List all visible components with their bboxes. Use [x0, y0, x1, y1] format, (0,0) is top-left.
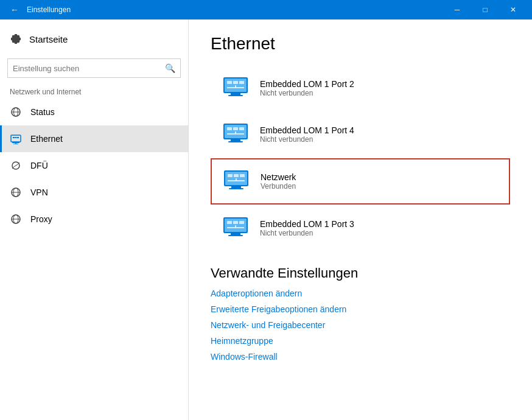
related-links-list: Adapteroptionen ändernErweiterte Freigab… [211, 289, 510, 362]
adapter-icon-netzwerk [222, 167, 251, 196]
titlebar-title: Einstellungen [27, 5, 443, 14]
main-container: Startseite 🔍 Netzwerk und Internet Statu… [0, 19, 532, 420]
home-icon [10, 33, 22, 45]
svg-rect-32 [239, 127, 244, 130]
adapter-status-netzwerk: Verbunden [261, 182, 499, 191]
svg-rect-49 [233, 221, 238, 224]
related-link-3[interactable]: Heimnetzgruppe [211, 336, 510, 346]
adapter-status-lom1port4: Nicht verbunden [260, 135, 500, 144]
svg-rect-48 [227, 221, 232, 224]
adapter-info-lom1port3: Embedded LOM 1 Port 3Nicht verbunden [260, 219, 500, 237]
svg-rect-31 [233, 127, 238, 130]
svg-rect-7 [13, 137, 15, 138]
sidebar-item-ethernet-label: Ethernet [30, 134, 63, 144]
svg-rect-9 [17, 137, 19, 138]
svg-rect-30 [227, 127, 232, 130]
titlebar: ← Einstellungen ─ □ ✕ [0, 0, 532, 19]
adapter-card-lom1port2[interactable]: Embedded LOM 1 Port 2Nicht verbunden [211, 66, 510, 111]
related-link-2[interactable]: Netzwerk- und Freigabecenter [211, 320, 510, 330]
status-icon [10, 106, 22, 118]
svg-rect-8 [15, 137, 17, 138]
adapter-info-lom1port2: Embedded LOM 1 Port 2Nicht verbunden [260, 79, 500, 97]
sidebar-item-status[interactable]: Status [0, 99, 188, 125]
related-link-0[interactable]: Adapteroptionen ändern [211, 289, 510, 298]
related-link-1[interactable]: Erweiterte Freigabeoptionen ändern [211, 304, 510, 314]
svg-rect-21 [227, 81, 232, 84]
svg-rect-3 [11, 135, 21, 142]
adapters-list: Embedded LOM 1 Port 2Nicht verbunden Emb… [211, 66, 510, 251]
maximize-button[interactable]: □ [471, 0, 499, 19]
window-controls: ─ □ ✕ [443, 0, 527, 19]
svg-rect-38 [229, 188, 243, 189]
svg-rect-4 [12, 142, 19, 143]
minimize-button[interactable]: ─ [443, 0, 471, 19]
sidebar-item-vpn-label: VPN [30, 187, 48, 197]
vpn-icon [10, 186, 22, 198]
svg-rect-50 [239, 221, 244, 224]
adapter-card-lom1port3[interactable]: Embedded LOM 1 Port 3Nicht verbunden [211, 206, 510, 251]
svg-rect-29 [228, 141, 243, 142]
svg-rect-41 [240, 174, 245, 177]
sidebar-item-dfu[interactable]: DFÜ [0, 152, 188, 179]
svg-rect-23 [239, 81, 244, 84]
related-settings-title: Verwandte Einstellungen [211, 265, 510, 281]
sidebar: Startseite 🔍 Netzwerk und Internet Statu… [0, 19, 189, 420]
svg-rect-28 [231, 139, 240, 141]
related-link-4[interactable]: Windows-Firewall [211, 352, 510, 362]
sidebar-home[interactable]: Startseite [0, 24, 188, 54]
adapter-status-lom1port3: Nicht verbunden [260, 229, 500, 237]
sidebar-item-proxy[interactable]: Proxy [0, 206, 188, 233]
svg-rect-40 [234, 174, 239, 177]
sidebar-item-vpn[interactable]: VPN [0, 179, 188, 206]
adapter-icon-lom1port2 [221, 74, 250, 103]
sidebar-item-status-label: Status [30, 107, 55, 117]
svg-rect-37 [231, 186, 241, 188]
sidebar-item-dfu-label: DFÜ [30, 161, 48, 170]
adapter-name-netzwerk: Netzwerk [261, 172, 499, 182]
adapter-name-lom1port2: Embedded LOM 1 Port 2 [260, 79, 500, 89]
adapter-info-netzwerk: NetzwerkVerbunden [261, 172, 499, 191]
adapter-card-netzwerk[interactable]: NetzwerkVerbunden [211, 158, 510, 205]
close-button[interactable]: ✕ [499, 0, 527, 19]
adapter-card-lom1port4[interactable]: Embedded LOM 1 Port 4Nicht verbunden [211, 112, 510, 157]
content-area: Ethernet Embedded LOM 1 Port 2Nicht verb… [189, 19, 532, 420]
adapter-icon-lom1port4 [221, 120, 250, 149]
search-input[interactable] [13, 64, 161, 73]
adapter-icon-lom1port3 [221, 214, 250, 243]
ethernet-icon [10, 133, 22, 145]
adapter-status-lom1port2: Nicht verbunden [260, 89, 500, 97]
home-label: Startseite [29, 34, 68, 44]
back-button[interactable]: ← [5, 0, 24, 19]
adapter-name-lom1port4: Embedded LOM 1 Port 4 [260, 125, 500, 135]
adapter-name-lom1port3: Embedded LOM 1 Port 3 [260, 219, 500, 229]
svg-rect-39 [228, 174, 233, 177]
dfu-icon [10, 159, 22, 172]
svg-rect-46 [231, 233, 240, 235]
svg-rect-19 [231, 93, 240, 95]
search-icon: 🔍 [165, 63, 175, 73]
svg-rect-47 [228, 235, 243, 236]
svg-rect-22 [233, 81, 238, 84]
sidebar-section-label: Netzwerk und Internet [0, 83, 188, 99]
adapter-info-lom1port4: Embedded LOM 1 Port 4Nicht verbunden [260, 125, 500, 144]
sidebar-item-proxy-label: Proxy [30, 214, 52, 224]
sidebar-item-ethernet[interactable]: Ethernet [0, 125, 188, 152]
search-box[interactable]: 🔍 [7, 58, 181, 78]
proxy-icon [10, 213, 22, 225]
page-title: Ethernet [211, 34, 510, 54]
svg-rect-20 [228, 95, 243, 96]
